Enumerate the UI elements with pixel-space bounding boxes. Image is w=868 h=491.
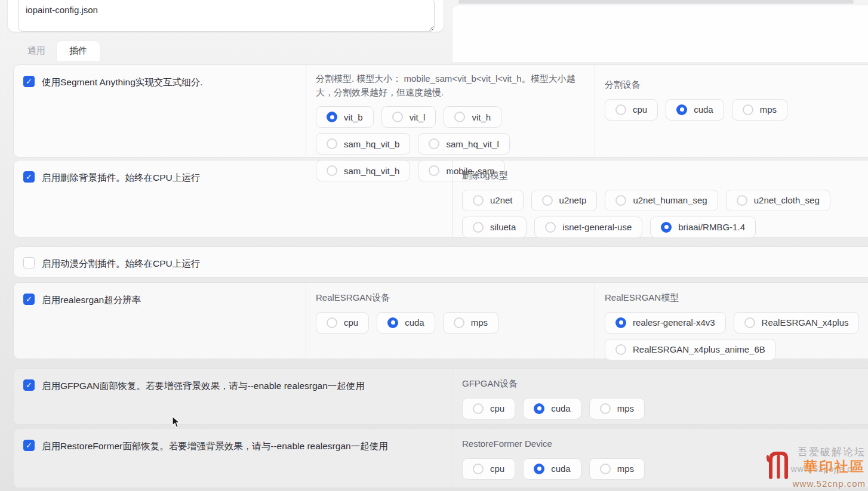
radio-chip-cpu[interactable]: cpu bbox=[462, 398, 515, 419]
check-icon: ✓ bbox=[26, 78, 32, 85]
remove-bg-label: 启用删除背景插件。始终在CPU上运行 bbox=[42, 171, 200, 184]
radio-option-label: u2netp bbox=[559, 195, 587, 205]
tab-general[interactable]: 通用 bbox=[17, 41, 56, 61]
radio-chip-cuda[interactable]: cuda bbox=[666, 99, 724, 121]
interactive-seg-label: 使用Segment Anything实现交互式细分. bbox=[42, 75, 203, 89]
radio-chip-sam-hq-vit-b[interactable]: sam_hq_vit_b bbox=[316, 133, 410, 155]
gfpgan-label: 启用GFPGAN面部恢复。若要增强背景效果，请与--enable realesr… bbox=[42, 379, 365, 393]
radio-icon bbox=[615, 104, 626, 115]
check-icon: ✓ bbox=[26, 173, 32, 181]
radio-chip-u2net[interactable]: u2net bbox=[462, 190, 524, 211]
radio-chip-cuda[interactable]: cuda bbox=[523, 458, 581, 480]
radio-option-label: cpu bbox=[490, 464, 504, 474]
realesrgan-device-cell: RealESRGAN设备 cpucudamps bbox=[306, 283, 595, 359]
anime-seg-label: 启用动漫分割插件。始终在CPU上运行 bbox=[42, 257, 200, 270]
gfpgan-device-cell: GFPGAN设备 cpucudamps bbox=[452, 369, 868, 424]
realesrgan-checkbox[interactable]: ✓ bbox=[23, 294, 35, 305]
radio-option-label: sam_hq_vit_b bbox=[344, 139, 399, 149]
radio-icon bbox=[743, 104, 753, 115]
config-file-card: iopaint-config.json bbox=[7, 0, 444, 32]
seg-device-cell: 分割设备 cpucudamps bbox=[595, 65, 868, 157]
radio-chip-mps[interactable]: mps bbox=[443, 312, 498, 333]
remove-bg-checkbox[interactable]: ✓ bbox=[23, 171, 35, 183]
row-remove-bg: ✓ 启用删除背景插件。始终在CPU上运行 删除bg模型 u2netu2netpu… bbox=[13, 160, 868, 237]
realesrgan-enable-cell: ✓ 启用realesrgan超分辨率 bbox=[14, 283, 306, 359]
seg-device-radio-group: cpucudamps bbox=[605, 99, 866, 121]
radio-chip-vit-b[interactable]: vit_b bbox=[316, 106, 374, 128]
radio-icon bbox=[327, 138, 337, 149]
radio-option-label: cpu bbox=[344, 317, 358, 328]
radio-option-label: cpu bbox=[633, 104, 647, 115]
radio-icon bbox=[545, 222, 556, 233]
radio-icon bbox=[744, 317, 755, 328]
radio-icon bbox=[454, 112, 465, 122]
anime-seg-enable-cell: ✓ 启用动漫分割插件。始终在CPU上运行 bbox=[14, 247, 868, 277]
radio-icon bbox=[534, 403, 544, 414]
radio-option-label: u2net_human_seg bbox=[633, 195, 707, 205]
settings-tabs: 通用 插件 bbox=[17, 43, 100, 61]
gfpgan-enable-cell: ✓ 启用GFPGAN面部恢复。若要增强背景效果，请与--enable reale… bbox=[14, 369, 452, 424]
radio-chip-briaai-rmbg-1-4[interactable]: briaai/RMBG-1.4 bbox=[650, 217, 756, 238]
radio-option-label: isnet-general-use bbox=[562, 222, 632, 232]
realesrgan-model-radio-group: realesr-general-x4v3RealESRGAN_x4plusRea… bbox=[605, 312, 866, 360]
restoreformer-device-label: RestoreFormer Device bbox=[462, 437, 866, 451]
radio-icon bbox=[676, 104, 687, 115]
anime-seg-checkbox[interactable]: ✓ bbox=[23, 257, 35, 268]
tab-plugins[interactable]: 插件 bbox=[56, 41, 100, 61]
seg-model-description: 分割模型. 模型大小： mobile_sam<vit_b<vit_l<vit_h… bbox=[316, 72, 585, 99]
config-file-input[interactable]: iopaint-config.json bbox=[18, 0, 435, 32]
radio-chip-cpu[interactable]: cpu bbox=[316, 312, 369, 333]
restoreformer-enable-cell: ✓ 启用RestoreFormer面部恢复。若要增强背景效果，请与--enabl… bbox=[14, 429, 452, 487]
seg-device-label: 分割设备 bbox=[605, 78, 866, 92]
radio-chip-isnet-general-use[interactable]: isnet-general-use bbox=[534, 217, 642, 238]
radio-option-label: cuda bbox=[551, 464, 571, 474]
radio-chip-cuda[interactable]: cuda bbox=[523, 398, 581, 419]
restoreformer-checkbox[interactable]: ✓ bbox=[23, 440, 35, 451]
radio-option-label: cuda bbox=[405, 317, 424, 328]
radio-option-label: briaai/RMBG-1.4 bbox=[678, 222, 745, 232]
radio-icon bbox=[327, 165, 337, 176]
restoreformer-device-cell: RestoreFormer Device cpucudamps bbox=[452, 429, 868, 487]
radio-chip-u2net-cloth-seg[interactable]: u2net_cloth_seg bbox=[726, 190, 830, 211]
radio-chip-mps[interactable]: mps bbox=[589, 458, 645, 480]
realesrgan-device-radio-group: cpucudamps bbox=[316, 312, 585, 333]
radio-option-label: mps bbox=[617, 464, 634, 474]
realesrgan-device-label: RealESRGAN设备 bbox=[316, 291, 585, 305]
radio-option-label: sam_hq_vit_l bbox=[446, 139, 498, 149]
radio-icon bbox=[327, 112, 337, 122]
radio-chip-realesrgan-x4plus-anime-6b[interactable]: RealESRGAN_x4plus_anime_6B bbox=[605, 339, 776, 360]
row-interactive-seg: ✓ 使用Segment Anything实现交互式细分. 分割模型. 模型大小：… bbox=[13, 64, 868, 158]
gfpgan-device-label: GFPGAN设备 bbox=[462, 377, 866, 391]
radio-chip-realesrgan-x4plus[interactable]: RealESRGAN_x4plus bbox=[734, 312, 860, 333]
row-realesrgan: ✓ 启用realesrgan超分辨率 RealESRGAN设备 cpucudam… bbox=[13, 282, 868, 359]
radio-icon bbox=[600, 464, 611, 474]
row-anime-seg: ✓ 启用动漫分割插件。始终在CPU上运行 bbox=[13, 246, 868, 277]
radio-chip-vit-l[interactable]: vit_l bbox=[381, 106, 436, 128]
radio-icon bbox=[454, 317, 464, 328]
radio-option-label: RealESRGAN_x4plus_anime_6B bbox=[633, 344, 765, 354]
radio-icon bbox=[534, 464, 544, 474]
radio-chip-cpu[interactable]: cpu bbox=[462, 458, 515, 480]
radio-icon bbox=[615, 317, 626, 328]
radio-chip-realesr-general-x4v3[interactable]: realesr-general-x4v3 bbox=[605, 312, 726, 333]
row-restoreformer: ✓ 启用RestoreFormer面部恢复。若要增强背景效果，请与--enabl… bbox=[13, 428, 868, 488]
radio-chip-silueta[interactable]: silueta bbox=[462, 217, 527, 238]
radio-icon bbox=[429, 138, 439, 149]
radio-chip-vit-h[interactable]: vit_h bbox=[444, 106, 501, 128]
radio-icon bbox=[661, 222, 672, 233]
remove-bg-model-cell: 删除bg模型 u2netu2netpu2net_human_segu2net_c… bbox=[452, 160, 868, 237]
radio-chip-sam-hq-vit-l[interactable]: sam_hq_vit_l bbox=[418, 133, 509, 155]
radio-chip-mps[interactable]: mps bbox=[732, 99, 787, 121]
radio-chip-u2net-human-seg[interactable]: u2net_human_seg bbox=[605, 190, 718, 211]
radio-icon bbox=[542, 195, 553, 206]
gfpgan-checkbox[interactable]: ✓ bbox=[23, 379, 35, 391]
radio-chip-mps[interactable]: mps bbox=[589, 398, 645, 419]
radio-chip-cuda[interactable]: cuda bbox=[377, 312, 435, 333]
radio-option-label: vit_h bbox=[472, 112, 491, 122]
plugins-settings-list: ✓ 使用Segment Anything实现交互式细分. 分割模型. 模型大小：… bbox=[0, 64, 868, 488]
interactive-seg-checkbox[interactable]: ✓ bbox=[23, 76, 35, 87]
radio-chip-u2netp[interactable]: u2netp bbox=[531, 190, 598, 211]
radio-icon bbox=[473, 403, 484, 414]
radio-chip-cpu[interactable]: cpu bbox=[605, 99, 658, 121]
radio-option-label: silueta bbox=[490, 222, 516, 232]
